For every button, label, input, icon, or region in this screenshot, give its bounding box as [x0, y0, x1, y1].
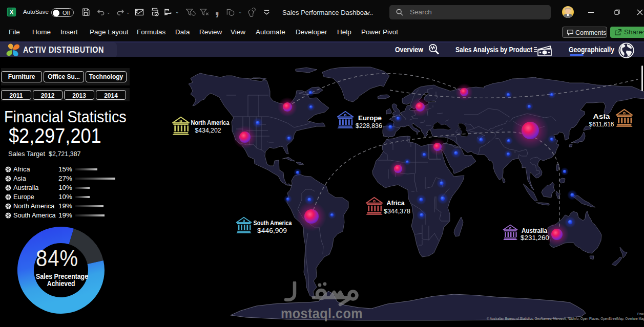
- svg-text:X: X: [10, 9, 14, 16]
- svg-text:Asia: Asia: [593, 113, 611, 120]
- svg-text:South America: South America: [254, 219, 292, 227]
- svg-text:$344,378: $344,378: [384, 207, 410, 215]
- svg-text:$446,909: $446,909: [257, 227, 287, 234]
- svg-text:$434,202: $434,202: [195, 126, 221, 134]
- svg-text:Europe: Europe: [358, 114, 382, 122]
- svg-text:$611,616: $611,616: [589, 120, 614, 128]
- svg-text:$228,836: $228,836: [356, 122, 382, 129]
- svg-text:Africa: Africa: [387, 199, 405, 207]
- svg-text:Australia: Australia: [522, 227, 547, 234]
- svg-text:North America: North America: [191, 119, 230, 126]
- svg-text:$231,260: $231,260: [521, 234, 549, 242]
